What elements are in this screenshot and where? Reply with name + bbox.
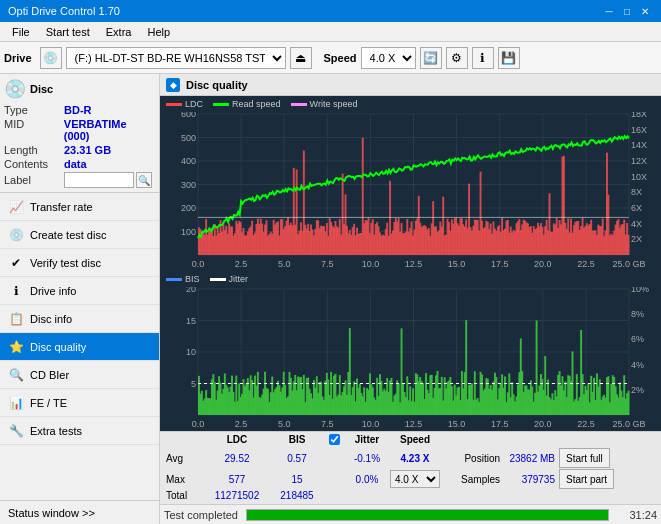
speed-select[interactable]: 4.0 X MAX 8.0 X [361,47,416,69]
sidebar-item-transfer-rate[interactable]: 📈 Transfer rate [0,193,159,221]
stats-area: LDC BIS Jitter Speed Avg 29.52 0.57 -0.1… [160,431,661,504]
cd-bier-icon: 🔍 [8,367,24,383]
sidebar-item-disc-info[interactable]: 📋 Disc info [0,305,159,333]
bis-chart-canvas [160,271,661,431]
drive-select[interactable]: (F:) HL-DT-ST BD-RE WH16NS58 TST4 [66,47,286,69]
main-content: 💿 Disc Type BD-R MID VERBATIMe (000) Len… [0,74,661,524]
disc-label-input[interactable] [64,172,134,188]
jitter-legend-label: Jitter [229,274,249,284]
info-button[interactable]: ℹ [472,47,494,69]
fe-te-icon: 📊 [8,395,24,411]
refresh-button[interactable]: 🔄 [420,47,442,69]
menu-help[interactable]: Help [139,24,178,40]
sidebar-item-drive-info[interactable]: ℹ Drive info [0,277,159,305]
progress-bar-fill [247,510,608,520]
eject-button[interactable]: ⏏ [290,47,312,69]
disc-quality-header-icon: ◆ [166,78,180,92]
fe-te-label: FE / TE [30,397,67,409]
start-part-button[interactable]: Start part [559,469,614,489]
disc-section: 💿 Disc Type BD-R MID VERBATIMe (000) Len… [0,74,159,193]
disc-label-btn[interactable]: 🔍 [136,172,152,188]
transfer-rate-label: Transfer rate [30,201,93,213]
jitter-checkbox-col [324,434,344,447]
ldc-legend-label: LDC [185,99,203,109]
verify-test-disc-icon: ✔ [8,255,24,271]
create-test-disc-label: Create test disc [30,229,106,241]
disc-section-title: Disc [30,83,53,95]
bis-legend-label: BIS [185,274,200,284]
extra-tests-label: Extra tests [30,425,82,437]
disc-quality-label: Disc quality [30,341,86,353]
status-text: Test completed [164,509,238,521]
menu-extra[interactable]: Extra [98,24,140,40]
ldc-chart-canvas [160,96,661,271]
max-ldc: 577 [204,474,270,485]
max-label: Max [166,474,204,485]
disc-info-label: Disc info [30,313,72,325]
position-label: Position [440,453,500,464]
max-bis: 15 [270,474,324,485]
window-controls: ─ □ ✕ [601,3,653,19]
stats-ldc-header: LDC [204,434,270,447]
start-full-button[interactable]: Start full [559,448,610,468]
chart-title: Disc quality [186,79,248,91]
close-button[interactable]: ✕ [637,3,653,19]
disc-length-val: 23.31 GB [64,144,111,156]
maximize-button[interactable]: □ [619,3,635,19]
sidebar-item-disc-quality[interactable]: ⭐ Disc quality [0,333,159,361]
sidebar-item-cd-bier[interactable]: 🔍 CD BIer [0,361,159,389]
sidebar-item-create-test-disc[interactable]: 💿 Create test disc [0,221,159,249]
read-speed-legend-dot [213,103,229,106]
avg-ldc: 29.52 [204,453,270,464]
app-title: Opti Drive Control 1.70 [8,5,601,17]
charts-area: LDC Read speed Write speed [160,96,661,431]
ldc-chart-container: LDC Read speed Write speed [160,96,661,271]
speed-dropdown[interactable]: 4.0 X [390,470,440,488]
position-value: 23862 MB [500,453,555,464]
disc-info-icon: 📋 [8,311,24,327]
transfer-rate-icon: 📈 [8,199,24,215]
settings-button[interactable]: ⚙ [446,47,468,69]
sidebar-item-verify-test-disc[interactable]: ✔ Verify test disc [0,249,159,277]
total-label: Total [166,490,204,501]
save-button[interactable]: 💾 [498,47,520,69]
menu-file[interactable]: File [4,24,38,40]
sidebar-item-fe-te[interactable]: 📊 FE / TE [0,389,159,417]
time-display: 31:24 [617,509,657,521]
toolbar: Drive 💿 (F:) HL-DT-ST BD-RE WH16NS58 TST… [0,42,661,74]
bis-legend: BIS Jitter [160,271,661,287]
nav-items: 📈 Transfer rate 💿 Create test disc ✔ Ver… [0,193,159,500]
write-speed-legend-dot [291,103,307,106]
sidebar-item-extra-tests[interactable]: 🔧 Extra tests [0,417,159,445]
ldc-legend: LDC Read speed Write speed [160,96,661,112]
read-speed-legend-label: Read speed [232,99,281,109]
status-window-button[interactable]: Status window >> [0,500,159,524]
max-jitter: 0.0% [344,474,390,485]
disc-label-key: Label [4,174,64,186]
drive-info-label: Drive info [30,285,76,297]
stats-bis-header: BIS [270,434,324,447]
disc-contents-row: Contents data [4,158,155,170]
drive-info-icon: ℹ [8,283,24,299]
disc-type-val: BD-R [64,104,92,116]
drive-label: Drive [4,52,32,64]
total-ldc: 11271502 [204,490,270,501]
title-bar: Opti Drive Control 1.70 ─ □ ✕ [0,0,661,22]
disc-mid-val: VERBATIMe (000) [64,118,155,142]
jitter-checkbox[interactable] [329,434,340,445]
avg-bis: 0.57 [270,453,324,464]
disc-contents-val: data [64,158,87,170]
samples-label: Samples [440,474,500,485]
speed-display: 4.23 X [390,453,440,464]
avg-label: Avg [166,453,204,464]
drive-icon-btn[interactable]: 💿 [40,47,62,69]
bis-chart-container: BIS Jitter [160,271,661,431]
read-speed-legend-item: Read speed [213,99,281,109]
minimize-button[interactable]: ─ [601,3,617,19]
create-test-disc-icon: 💿 [8,227,24,243]
jitter-legend-item: Jitter [210,274,249,284]
progress-bar-container [246,509,609,521]
total-bis: 218485 [270,490,324,501]
menu-start-test[interactable]: Start test [38,24,98,40]
speed-label: Speed [324,52,357,64]
